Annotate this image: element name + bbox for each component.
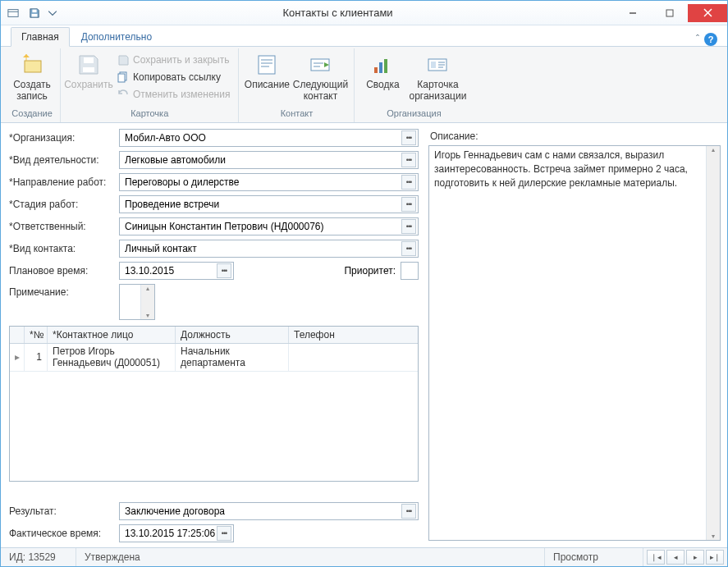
picker-icon[interactable]: ••• bbox=[401, 175, 416, 190]
field-priority[interactable] bbox=[401, 262, 419, 280]
svg-rect-5 bbox=[666, 10, 673, 16]
group-title-contact: Контакт bbox=[244, 107, 349, 121]
picker-icon[interactable]: ••• bbox=[401, 219, 416, 234]
field-planned-time[interactable]: 13.10.2015••• bbox=[119, 262, 234, 280]
right-pane: Описание: Игорь Геннадьевич сам с нами с… bbox=[425, 124, 727, 547]
picker-icon[interactable]: ••• bbox=[401, 241, 416, 256]
scrollbar[interactable]: ▴▾ bbox=[706, 146, 720, 540]
field-description[interactable]: Игорь Геннадьевич сам с нами связался, в… bbox=[428, 145, 721, 541]
ribbon-tab-strip: Главная Дополнительно ˆ ? bbox=[1, 25, 727, 47]
help-icon[interactable]: ? bbox=[704, 33, 717, 46]
field-actual-time[interactable]: 13.10.2015 17:25:06••• bbox=[119, 524, 234, 542]
nav-last-button[interactable]: ▸❘ bbox=[706, 550, 724, 565]
new-record-icon bbox=[19, 52, 45, 78]
svg-rect-23 bbox=[374, 67, 378, 73]
description-icon bbox=[254, 52, 280, 78]
org-card-icon bbox=[424, 52, 451, 78]
label-planned-time: Плановое время: bbox=[9, 265, 114, 277]
undo-button[interactable]: Отменить изменения bbox=[113, 86, 233, 103]
copy-link-icon bbox=[117, 71, 130, 84]
qat-window-icon[interactable] bbox=[4, 4, 22, 22]
grid-header: *№ *Контактное лицо Должность Телефон bbox=[10, 327, 418, 344]
close-button[interactable] bbox=[688, 4, 727, 22]
label-description: Описание: bbox=[428, 129, 721, 145]
ribbon-group-org: Сводка Карточка организации Организация bbox=[355, 48, 473, 122]
group-title-org: Организация bbox=[359, 107, 468, 121]
nav-prev-button[interactable]: ◂ bbox=[666, 550, 685, 565]
maximize-button[interactable] bbox=[651, 4, 688, 22]
status-bar: ИД: 13529 Утверждена Просмотр ❘◂ ◂ ▸ ▸❘ bbox=[1, 547, 727, 566]
picker-icon[interactable]: ••• bbox=[401, 153, 416, 167]
qat-dropdown-icon[interactable] bbox=[47, 4, 58, 22]
col-header-pos[interactable]: Должность bbox=[176, 327, 289, 343]
window-title: Контакты с клиентами bbox=[62, 7, 614, 19]
create-record-button[interactable]: Создать запись bbox=[9, 50, 55, 107]
svg-rect-11 bbox=[83, 67, 94, 72]
group-title-card: Карточка bbox=[66, 107, 233, 121]
picker-icon[interactable]: ••• bbox=[401, 130, 416, 145]
record-nav: ❘◂ ◂ ▸ ▸❘ bbox=[643, 548, 727, 566]
label-note: Примечание: bbox=[9, 284, 114, 298]
status-id: ИД: 13529 bbox=[1, 548, 76, 566]
nav-first-button[interactable]: ❘◂ bbox=[647, 550, 665, 565]
qat-save-icon[interactable] bbox=[25, 4, 43, 22]
label-activity: *Вид деятельности: bbox=[9, 154, 114, 166]
description-button[interactable]: Описание bbox=[244, 50, 290, 107]
col-header-no[interactable]: *№ bbox=[25, 327, 48, 343]
table-row[interactable]: ▸ 1 Петров Игорь Геннадьевич (Д000051) Н… bbox=[10, 344, 418, 372]
nav-next-button[interactable]: ▸ bbox=[686, 550, 704, 565]
quick-access-toolbar bbox=[1, 4, 62, 22]
tab-extra[interactable]: Дополнительно bbox=[71, 28, 162, 46]
save-button[interactable]: Сохранить bbox=[66, 50, 112, 107]
label-responsible: *Ответственный: bbox=[9, 221, 114, 232]
ribbon-collapse-icon[interactable]: ˆ bbox=[696, 34, 699, 45]
minimize-button[interactable] bbox=[614, 4, 651, 22]
title-bar: Контакты с клиентами bbox=[1, 1, 727, 25]
svg-rect-15 bbox=[259, 56, 275, 74]
field-contact-type[interactable]: Личный контакт••• bbox=[119, 240, 419, 258]
scrollbar[interactable]: ▴▾ bbox=[140, 285, 154, 319]
tab-main[interactable]: Главная bbox=[11, 27, 70, 47]
org-card-button[interactable]: Карточка организации bbox=[407, 50, 468, 107]
field-note[interactable]: ▴▾ bbox=[119, 284, 155, 320]
label-org: *Организация: bbox=[9, 132, 114, 144]
label-priority: Приоритет: bbox=[344, 265, 396, 277]
field-stage[interactable]: Проведение встречи••• bbox=[119, 195, 419, 213]
ribbon-group-contact: Описание Следующий контакт Контакт bbox=[239, 48, 355, 122]
label-contact-type: *Вид контакта: bbox=[9, 243, 114, 254]
status-mode: Просмотр bbox=[545, 548, 643, 566]
col-header-tel[interactable]: Телефон bbox=[289, 327, 418, 343]
field-activity[interactable]: Легковые автомобили••• bbox=[119, 151, 419, 169]
copy-link-button[interactable]: Копировать ссылку bbox=[113, 69, 233, 85]
group-title-create: Создание bbox=[9, 107, 55, 121]
save-close-button[interactable]: Сохранить и закрыть bbox=[113, 52, 233, 68]
field-responsible[interactable]: Синицын Константин Петрович (НД000076)••… bbox=[119, 217, 419, 235]
field-direction[interactable]: Переговоры о дилерстве••• bbox=[119, 173, 419, 191]
svg-rect-0 bbox=[8, 9, 18, 16]
form-content: *Организация:Мобил-Авто ООО••• *Вид деят… bbox=[1, 123, 727, 547]
left-pane: *Организация:Мобил-Авто ООО••• *Вид деят… bbox=[1, 124, 425, 547]
svg-rect-24 bbox=[379, 62, 382, 73]
svg-rect-12 bbox=[84, 57, 94, 63]
summary-button[interactable]: Сводка bbox=[359, 50, 405, 107]
window-buttons bbox=[614, 4, 727, 22]
ribbon: Создать запись Создание Сохранить Сохран… bbox=[1, 47, 727, 123]
svg-rect-2 bbox=[32, 13, 38, 16]
picker-icon[interactable]: ••• bbox=[217, 526, 231, 541]
status-state: Утверждена bbox=[76, 548, 545, 566]
ribbon-group-card: Сохранить Сохранить и закрыть Копировать… bbox=[61, 48, 239, 122]
contacts-grid[interactable]: *№ *Контактное лицо Должность Телефон ▸ … bbox=[9, 326, 419, 482]
field-result[interactable]: Заключение договора••• bbox=[119, 502, 419, 520]
col-header-name[interactable]: *Контактное лицо bbox=[48, 327, 176, 343]
ribbon-group-create: Создать запись Создание bbox=[4, 48, 61, 122]
label-direction: *Направление работ: bbox=[9, 176, 114, 188]
label-actual-time: Фактическое время: bbox=[9, 528, 114, 539]
row-selector-icon[interactable]: ▸ bbox=[10, 344, 25, 371]
field-org[interactable]: Мобил-Авто ООО••• bbox=[119, 129, 419, 147]
picker-icon[interactable]: ••• bbox=[217, 263, 231, 278]
next-contact-button[interactable]: Следующий контакт bbox=[291, 50, 349, 107]
picker-icon[interactable]: ••• bbox=[401, 197, 416, 212]
svg-rect-8 bbox=[25, 61, 41, 72]
save-close-icon bbox=[117, 53, 130, 66]
picker-icon[interactable]: ••• bbox=[401, 504, 416, 519]
